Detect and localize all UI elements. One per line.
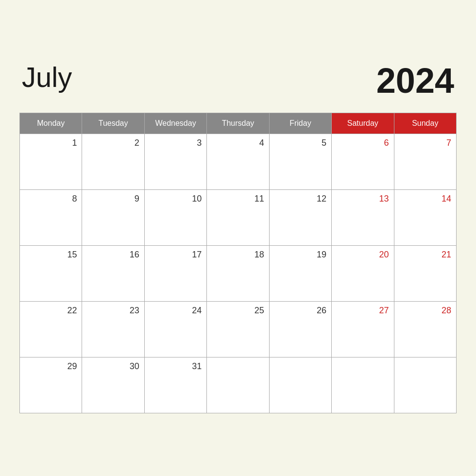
header-tuesday: Tuesday (82, 113, 144, 134)
header-sunday: Sunday (394, 113, 456, 134)
calendar-day-cell[interactable]: 20 (332, 245, 394, 301)
header-wednesday: Wednesday (144, 113, 206, 134)
calendar-day-cell[interactable]: 26 (269, 301, 331, 357)
calendar-day-cell[interactable]: 25 (207, 301, 269, 357)
day-number: 9 (87, 194, 139, 204)
calendar-day-cell[interactable]: 23 (82, 301, 144, 357)
calendar-day-cell[interactable]: 30 (82, 357, 144, 413)
calendar-day-cell[interactable] (394, 357, 456, 413)
calendar-day-cell[interactable]: 22 (20, 301, 82, 357)
day-number: 7 (399, 138, 451, 148)
calendar-day-cell[interactable]: 2 (82, 134, 144, 189)
calendar-day-cell[interactable]: 16 (82, 245, 144, 301)
calendar-day-cell[interactable]: 24 (144, 301, 206, 357)
day-number: 12 (274, 194, 326, 204)
calendar-day-cell[interactable]: 27 (332, 301, 394, 357)
header-saturday: Saturday (332, 113, 394, 134)
day-number: 6 (337, 138, 389, 148)
day-number: 27 (337, 306, 389, 316)
header-monday: Monday (20, 113, 82, 134)
day-number: 28 (399, 306, 451, 316)
day-number: 25 (212, 306, 264, 316)
month-title: July (22, 63, 72, 91)
day-number: 17 (150, 250, 202, 260)
calendar-day-cell[interactable]: 17 (144, 245, 206, 301)
calendar-grid: Monday Tuesday Wednesday Thursday Friday… (19, 113, 457, 413)
calendar-day-cell[interactable]: 7 (394, 134, 456, 189)
day-number: 8 (25, 194, 77, 204)
day-number: 5 (274, 138, 326, 148)
day-headers-row: Monday Tuesday Wednesday Thursday Friday… (20, 113, 457, 134)
day-number: 4 (212, 138, 264, 148)
calendar-day-cell[interactable]: 18 (207, 245, 269, 301)
calendar-day-cell[interactable]: 1 (20, 134, 82, 189)
calendar-day-cell[interactable]: 28 (394, 301, 456, 357)
calendar-day-cell[interactable]: 12 (269, 189, 331, 245)
header-friday: Friday (269, 113, 331, 134)
calendar-day-cell[interactable] (332, 357, 394, 413)
calendar-week-row: 1234567 (20, 134, 457, 189)
calendar-day-cell[interactable]: 14 (394, 189, 456, 245)
day-number: 11 (212, 194, 264, 204)
calendar-day-cell[interactable]: 3 (144, 134, 206, 189)
day-number: 31 (150, 361, 202, 372)
calendar-week-row: 22232425262728 (20, 301, 457, 357)
calendar-day-cell[interactable]: 4 (207, 134, 269, 189)
day-number: 2 (87, 138, 139, 148)
day-number: 15 (25, 250, 77, 260)
day-number: 24 (150, 306, 202, 316)
calendar-day-cell[interactable]: 9 (82, 189, 144, 245)
day-number: 30 (87, 361, 139, 372)
calendar-day-cell[interactable]: 6 (332, 134, 394, 189)
calendar-day-cell[interactable]: 19 (269, 245, 331, 301)
day-number: 26 (274, 306, 326, 316)
header-thursday: Thursday (207, 113, 269, 134)
calendar-day-cell[interactable]: 21 (394, 245, 456, 301)
calendar-day-cell[interactable]: 8 (20, 189, 82, 245)
calendar-day-cell[interactable] (269, 357, 331, 413)
day-number: 29 (25, 361, 77, 372)
calendar-day-cell[interactable]: 10 (144, 189, 206, 245)
calendar-day-cell[interactable]: 15 (20, 245, 82, 301)
day-number: 18 (212, 250, 264, 260)
day-number: 23 (87, 306, 139, 316)
calendar-week-row: 15161718192021 (20, 245, 457, 301)
calendar-day-cell[interactable]: 5 (269, 134, 331, 189)
day-number: 3 (150, 138, 202, 148)
calendar-day-cell[interactable]: 31 (144, 357, 206, 413)
calendar-header: July 2024 (19, 63, 457, 98)
day-number: 22 (25, 306, 77, 316)
year-title: 2024 (376, 63, 454, 98)
day-number: 16 (87, 250, 139, 260)
calendar-day-cell[interactable]: 29 (20, 357, 82, 413)
calendar-container: July 2024 Monday Tuesday Wednesday Thurs… (19, 44, 457, 433)
day-number: 14 (399, 194, 451, 204)
day-number: 13 (337, 194, 389, 204)
day-number: 19 (274, 250, 326, 260)
day-number: 1 (25, 138, 77, 148)
day-number: 21 (399, 250, 451, 260)
calendar-week-row: 891011121314 (20, 189, 457, 245)
calendar-day-cell[interactable]: 13 (332, 189, 394, 245)
calendar-day-cell[interactable]: 11 (207, 189, 269, 245)
day-number: 20 (337, 250, 389, 260)
calendar-week-row: 293031 (20, 357, 457, 413)
day-number: 10 (150, 194, 202, 204)
calendar-day-cell[interactable] (207, 357, 269, 413)
